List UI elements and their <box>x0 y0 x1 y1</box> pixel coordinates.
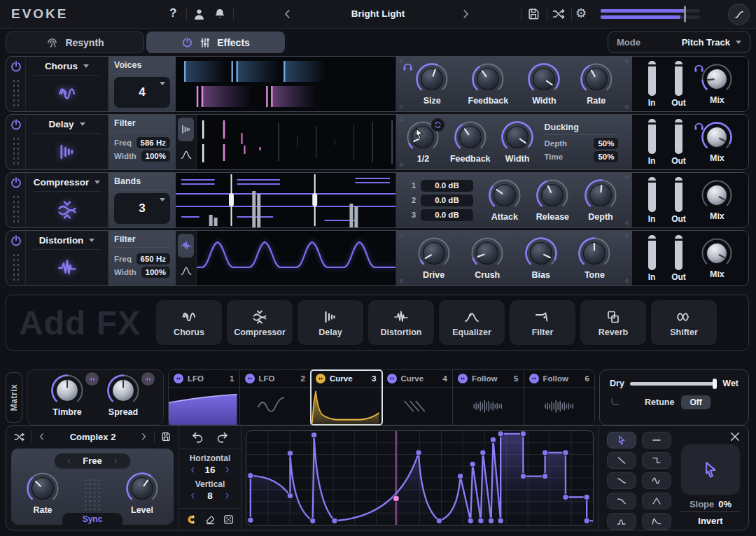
width-value[interactable]: 100% <box>141 267 170 278</box>
matrix-label[interactable]: Matrix <box>6 372 22 423</box>
tool-pointer[interactable] <box>607 432 636 449</box>
band-gain-value[interactable]: 0.0 dB <box>421 195 473 206</box>
preset-prev-arrow[interactable] <box>281 8 294 20</box>
tool-s-curve[interactable] <box>607 472 636 489</box>
notifications-bell-icon[interactable] <box>213 7 227 21</box>
fx-type-dropdown[interactable]: Chorus <box>33 57 101 76</box>
tool-step[interactable] <box>642 452 671 469</box>
drag-handle[interactable] <box>12 78 20 107</box>
prev-arrow[interactable] <box>37 432 47 442</box>
add-filter-button[interactable]: Filter <box>510 300 575 345</box>
eraser-icon[interactable] <box>204 514 216 526</box>
mode-selector[interactable]: Mode Pitch Track <box>608 31 750 53</box>
mod-slot-follow-6[interactable]: Follow 6 <box>524 370 595 425</box>
mod-slot-follow-5[interactable]: Follow 5 <box>453 370 524 425</box>
snap-magnet-icon[interactable] <box>186 514 197 526</box>
preset-name[interactable]: Bright Light <box>336 8 420 19</box>
headphones-solo-icon[interactable] <box>693 120 705 132</box>
curve-preset-name[interactable]: Complex 2 <box>52 432 133 442</box>
headphones-solo-icon[interactable] <box>402 61 414 73</box>
drive-knob[interactable]: Drive <box>418 237 450 280</box>
spread-knob[interactable]: Spread <box>107 374 139 417</box>
fx-type-dropdown[interactable]: Delay <box>33 115 101 134</box>
invert-button[interactable]: Invert <box>681 516 740 526</box>
freq-value[interactable]: 650 Hz <box>136 253 170 265</box>
tool-exp-curve[interactable] <box>607 493 636 509</box>
attack-knob[interactable]: Attack <box>489 179 521 222</box>
tool-triangle[interactable] <box>642 493 671 509</box>
bias-knob[interactable]: Bias <box>525 237 557 280</box>
depth-knob[interactable]: Depth <box>584 179 617 222</box>
bipolar-mod-icon[interactable] <box>85 372 99 386</box>
next-arrow[interactable] <box>139 432 148 442</box>
feedback-knob[interactable]: Feedback <box>450 121 491 164</box>
drag-handle[interactable] <box>12 136 20 165</box>
redo-icon[interactable] <box>216 431 229 444</box>
power-icon[interactable] <box>10 234 22 247</box>
gain-handle[interactable] <box>684 6 686 22</box>
decrease-arrow[interactable] <box>189 492 197 500</box>
compressor-visualization[interactable] <box>176 173 396 227</box>
drag-handle[interactable] <box>12 253 20 281</box>
prev-arrow[interactable] <box>66 458 73 465</box>
rate-knob[interactable]: Rate <box>27 472 59 515</box>
voices-select[interactable]: 4 <box>114 77 170 108</box>
decrease-arrow[interactable] <box>189 466 197 474</box>
band-gain-value[interactable]: 0.0 dB <box>421 209 473 221</box>
tool-ramp-line[interactable] <box>607 452 636 469</box>
randomize-shuffle-icon[interactable] <box>552 7 566 21</box>
release-knob[interactable]: Release <box>536 179 569 222</box>
tone-knob[interactable]: Tone <box>578 237 610 280</box>
mod-slot-curve-3[interactable]: Curve 3 <box>311 370 382 425</box>
close-icon[interactable] <box>729 430 741 443</box>
undo-icon[interactable] <box>191 431 204 444</box>
sync-tab[interactable]: Sync <box>62 513 122 525</box>
rate-knob[interactable]: Rate <box>580 63 612 106</box>
tab-resynth[interactable]: Resynth <box>6 31 144 53</box>
add-chorus-button[interactable]: Chorus <box>156 300 222 345</box>
tool-skewed-pulse[interactable] <box>642 513 671 530</box>
width-value[interactable]: 100% <box>141 150 170 162</box>
level-knob[interactable]: Level <box>126 472 158 515</box>
mix-knob[interactable]: Mix <box>701 238 732 279</box>
drag-handle[interactable] <box>12 195 20 223</box>
next-arrow[interactable] <box>112 458 119 465</box>
time-value[interactable]: 50% <box>594 151 618 162</box>
curve-canvas[interactable] <box>246 430 594 526</box>
filter-view-button[interactable] <box>178 143 194 167</box>
power-icon[interactable] <box>10 176 22 189</box>
save-icon[interactable] <box>526 7 540 21</box>
retune-toggle[interactable]: Off <box>681 395 710 409</box>
bands-select[interactable]: 3 <box>114 193 170 224</box>
tab-effects[interactable]: Effects <box>146 31 285 53</box>
mix-knob[interactable]: Mix <box>701 180 732 221</box>
mix-knob[interactable]: Mix <box>701 122 732 163</box>
fx-type-dropdown[interactable]: Distortion <box>33 231 101 250</box>
mod-slot-lfo-1[interactable]: LFO 1 <box>169 370 240 425</box>
fx-type-dropdown[interactable]: Compressor <box>33 173 101 192</box>
time-knob[interactable]: 1/2 <box>407 121 439 164</box>
bipolar-mod-icon[interactable] <box>141 372 155 386</box>
headphones-solo-icon[interactable] <box>693 62 705 74</box>
add-compressor-button[interactable]: Compressor <box>227 300 293 345</box>
help-icon[interactable]: ? <box>169 6 176 20</box>
randomize-dice-icon[interactable] <box>223 514 234 526</box>
mix-knob[interactable]: Mix <box>701 64 732 105</box>
add-distortion-button[interactable]: Distortion <box>368 300 434 345</box>
tempo-sync-icon[interactable] <box>431 118 444 132</box>
increase-arrow[interactable] <box>223 466 231 474</box>
crush-knob[interactable]: Crush <box>471 237 503 280</box>
shape-view-button[interactable] <box>178 234 194 258</box>
band-gain-value[interactable]: 0.0 dB <box>421 180 473 192</box>
freq-value[interactable]: 586 Hz <box>136 137 170 148</box>
free-mode-selector[interactable]: Free <box>55 453 130 468</box>
add-shifter-button[interactable]: Shifter <box>651 300 717 345</box>
add-reverb-button[interactable]: Reverb <box>580 300 646 345</box>
tool-pulse[interactable] <box>607 513 636 530</box>
power-icon[interactable] <box>10 118 22 131</box>
width-knob[interactable]: Width <box>528 63 560 106</box>
filter-view-button[interactable] <box>178 260 194 283</box>
save-icon[interactable] <box>160 431 172 442</box>
add-delay-button[interactable]: Delay <box>298 300 363 345</box>
dry-wet-slider[interactable] <box>630 382 717 386</box>
